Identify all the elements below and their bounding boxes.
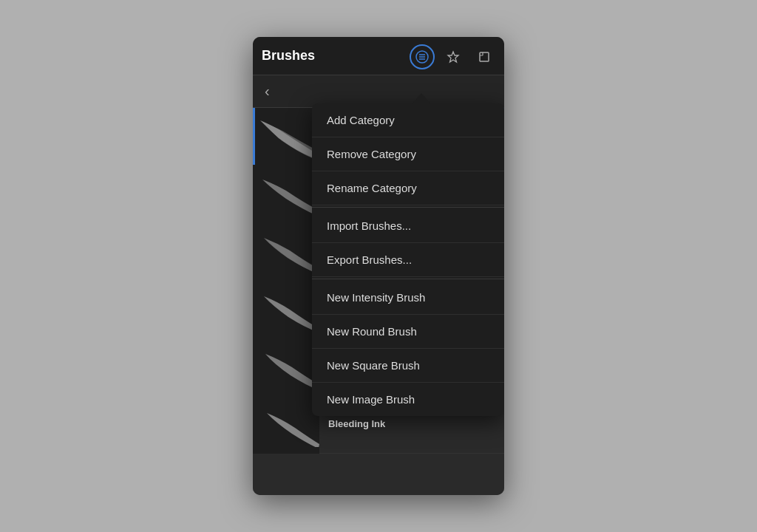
dropdown-arrow [413,93,430,103]
menu-item-rename-category[interactable]: Rename Category [312,171,504,205]
menu-item-new-image-brush[interactable]: New Image Brush [312,383,504,416]
menu-separator-2 [312,279,504,279]
header-icons [410,44,497,69]
resize-icon-button[interactable] [472,44,497,69]
brush-preview [253,223,319,281]
app-window: Brushes [253,37,504,495]
menu-icon-button[interactable] [410,44,435,69]
brush-name: Bleeding Ink [319,418,385,431]
menu-item-new-round-brush[interactable]: New Round Brush [312,315,504,349]
brush-preview [253,338,319,396]
brush-preview [253,396,319,454]
svg-rect-5 [480,52,489,61]
menu-item-export-brushes[interactable]: Export Brushes... [312,243,504,277]
brush-preview [253,281,319,338]
menu-item-import-brushes[interactable]: Import Brushes... [312,209,504,243]
pin-icon-button[interactable] [441,44,466,69]
selection-bar [253,108,255,165]
menu-separator-1 [312,207,504,208]
brush-preview [253,108,319,166]
menu-item-new-square-brush[interactable]: New Square Brush [312,349,504,383]
page-title: Brushes [262,48,315,64]
menu-item-add-category[interactable]: Add Category [312,103,504,137]
brush-preview [253,166,319,223]
back-button[interactable]: ‹ [260,80,274,103]
dropdown-menu: Add Category Remove Category Rename Cate… [312,103,504,416]
menu-item-remove-category[interactable]: Remove Category [312,137,504,171]
dropdown-container: Add Category Remove Category Rename Cate… [312,103,504,416]
menu-item-new-intensity-brush[interactable]: New Intensity Brush [312,281,504,315]
header: Brushes [253,37,504,75]
